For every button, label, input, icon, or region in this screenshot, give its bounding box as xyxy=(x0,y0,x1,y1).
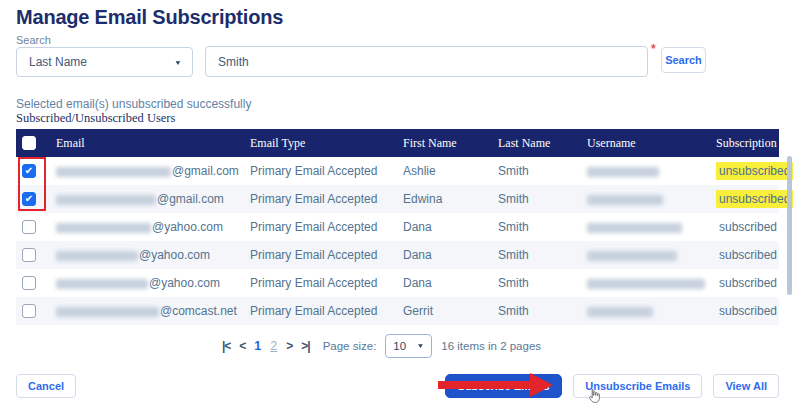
last-name-cell: Smith xyxy=(498,276,587,290)
pagination-prev-button[interactable]: < xyxy=(239,339,245,353)
page-size-value: 10 xyxy=(393,340,406,352)
subscription-status: unsubscribed xyxy=(716,162,793,180)
email-type-cell: Primary Email Accepted xyxy=(250,220,403,234)
cancel-button[interactable]: Cancel xyxy=(16,374,76,398)
subscription-status: unsubscribed xyxy=(716,190,793,208)
row-checkbox[interactable]: ✔ xyxy=(22,276,36,290)
pagination-summary: 16 items in 2 pages xyxy=(441,340,541,352)
table-row: ✔ @comcast.net Primary Email Accepted Ge… xyxy=(16,297,779,325)
search-field-dropdown[interactable]: Last Name ▼ xyxy=(16,47,193,77)
first-name-cell: Edwina xyxy=(403,192,498,206)
pagination-page-2[interactable]: 2 xyxy=(270,339,277,353)
first-name-cell: Dana xyxy=(403,248,498,262)
email-type-cell: Primary Email Accepted xyxy=(250,276,403,290)
page-size-dropdown[interactable]: 10 ▼ xyxy=(385,334,432,358)
email-type-cell: Primary Email Accepted xyxy=(250,192,403,206)
email-type-cell: Primary Email Accepted xyxy=(250,164,403,178)
chevron-down-icon: ▼ xyxy=(174,58,182,65)
page-title: Manage Email Subscriptions xyxy=(16,6,283,29)
row-checkbox[interactable]: ✔ xyxy=(22,220,36,234)
email-type-cell: Primary Email Accepted xyxy=(250,304,403,318)
table-caption: Subscribed/Unsubscribed Users xyxy=(16,111,175,126)
status-message: Selected email(s) unsubscribed successfu… xyxy=(16,97,251,111)
search-field-selected-value: Last Name xyxy=(29,55,87,69)
redacted-username xyxy=(587,223,682,233)
last-name-cell: Smith xyxy=(498,304,587,318)
subscription-status: subscribed xyxy=(716,246,780,264)
annotation-arrow-head xyxy=(530,373,553,397)
first-name-cell: Dana xyxy=(403,220,498,234)
search-button[interactable]: Search xyxy=(661,47,706,73)
subscription-status: subscribed xyxy=(716,302,780,320)
page-size-label: Page size: xyxy=(323,340,377,352)
search-query-input[interactable] xyxy=(205,46,648,77)
redacted-username xyxy=(587,167,659,177)
subscription-status: subscribed xyxy=(716,218,780,236)
last-name-cell: Smith xyxy=(498,192,587,206)
pagination-next-button[interactable]: > xyxy=(286,339,292,353)
table-row: ✔ @yahoo.com Primary Email Accepted Dana… xyxy=(16,213,779,241)
email-domain: @gmail.com xyxy=(172,164,239,178)
required-asterisk: * xyxy=(651,42,656,56)
redacted-email-local xyxy=(56,251,138,261)
redacted-username xyxy=(587,307,653,317)
redacted-email-local xyxy=(56,167,171,177)
vertical-scrollbar-thumb[interactable] xyxy=(787,156,792,295)
row-checkbox[interactable]: ✔ xyxy=(22,248,36,262)
view-all-button[interactable]: View All xyxy=(713,374,779,398)
header-first-name: First Name xyxy=(403,136,498,151)
header-email-type: Email Type xyxy=(250,136,403,151)
annotation-arrow-shaft xyxy=(438,381,532,389)
header-last-name: Last Name xyxy=(498,136,587,151)
first-name-cell: Ashlie xyxy=(403,164,498,178)
email-domain: @gmail.com xyxy=(157,192,224,206)
row-checkbox[interactable]: ✔ xyxy=(22,304,36,318)
table-row: ✔ @yahoo.com Primary Email Accepted Dana… xyxy=(16,269,779,297)
redacted-email-local xyxy=(56,307,159,317)
search-section-label: Search xyxy=(16,34,51,46)
cursor-pointer-icon xyxy=(586,388,602,403)
pagination-first-button[interactable]: |< xyxy=(222,339,230,353)
redacted-email-local xyxy=(56,223,151,233)
table-row: ✔ @gmail.com Primary Email Accepted Ashl… xyxy=(16,157,779,185)
last-name-cell: Smith xyxy=(498,220,587,234)
email-domain: @yahoo.com xyxy=(152,220,223,234)
redacted-username xyxy=(587,251,677,261)
redacted-email-local xyxy=(56,279,148,289)
annotation-red-box xyxy=(18,157,46,211)
pagination-last-button[interactable]: >| xyxy=(301,339,309,353)
pagination: |< < 1 2 > >| Page size: 10 ▼ 16 items i… xyxy=(0,333,763,359)
email-domain: @yahoo.com xyxy=(139,248,210,262)
pagination-page-1[interactable]: 1 xyxy=(254,339,261,353)
table-row: ✔ @gmail.com Primary Email Accepted Edwi… xyxy=(16,185,779,213)
header-username: Username xyxy=(587,136,716,151)
redacted-username xyxy=(587,279,705,289)
email-domain: @yahoo.com xyxy=(149,276,220,290)
select-all-checkbox[interactable]: ✔ xyxy=(22,136,36,150)
chevron-down-icon: ▼ xyxy=(416,342,424,349)
email-type-cell: Primary Email Accepted xyxy=(250,248,403,262)
table-row: ✔ @yahoo.com Primary Email Accepted Dana… xyxy=(16,241,779,269)
redacted-email-local xyxy=(56,195,156,205)
first-name-cell: Gerrit xyxy=(403,304,498,318)
header-subscription: Subscription xyxy=(716,136,779,151)
last-name-cell: Smith xyxy=(498,164,587,178)
email-domain: @comcast.net xyxy=(160,304,237,318)
subscription-status: subscribed xyxy=(716,274,780,292)
table-header-row: ✔ Email Email Type First Name Last Name … xyxy=(16,129,779,157)
header-email: Email xyxy=(56,136,250,151)
redacted-username xyxy=(587,195,663,205)
first-name-cell: Dana xyxy=(403,276,498,290)
last-name-cell: Smith xyxy=(498,248,587,262)
